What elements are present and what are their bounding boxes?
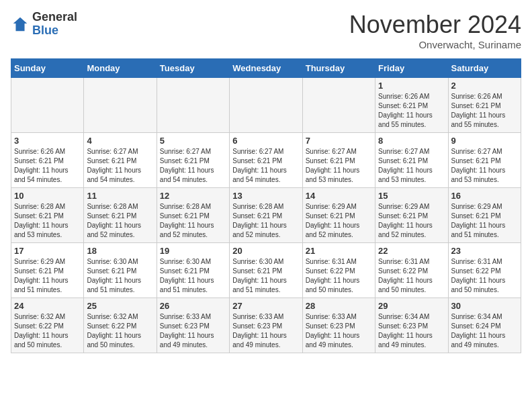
day-cell: 16Sunrise: 6:29 AM Sunset: 6:21 PM Dayli… bbox=[448, 188, 521, 243]
day-number: 18 bbox=[87, 246, 153, 256]
day-number: 23 bbox=[451, 246, 518, 256]
header-row: SundayMondayTuesdayWednesdayThursdayFrid… bbox=[11, 59, 521, 78]
day-number: 4 bbox=[87, 136, 153, 146]
day-number: 13 bbox=[232, 191, 299, 201]
day-cell: 10Sunrise: 6:28 AM Sunset: 6:21 PM Dayli… bbox=[11, 188, 84, 243]
day-number: 7 bbox=[306, 136, 372, 146]
day-number: 9 bbox=[451, 136, 518, 146]
day-info: Sunrise: 6:27 AM Sunset: 6:21 PM Dayligh… bbox=[160, 148, 214, 183]
day-cell: 8Sunrise: 6:27 AM Sunset: 6:21 PM Daylig… bbox=[375, 133, 448, 188]
day-number: 16 bbox=[451, 191, 518, 201]
day-info: Sunrise: 6:31 AM Sunset: 6:22 PM Dayligh… bbox=[451, 258, 506, 293]
week-row-3: 10Sunrise: 6:28 AM Sunset: 6:21 PM Dayli… bbox=[11, 188, 521, 243]
day-info: Sunrise: 6:26 AM Sunset: 6:21 PM Dayligh… bbox=[14, 148, 69, 183]
day-info: Sunrise: 6:29 AM Sunset: 6:21 PM Dayligh… bbox=[378, 203, 433, 238]
day-number: 30 bbox=[451, 301, 518, 311]
day-cell: 15Sunrise: 6:29 AM Sunset: 6:21 PM Dayli… bbox=[375, 188, 448, 243]
col-header-friday: Friday bbox=[375, 59, 448, 78]
title-block: November 2024 Onverwacht, Suriname bbox=[349, 11, 521, 50]
day-info: Sunrise: 6:29 AM Sunset: 6:21 PM Dayligh… bbox=[14, 258, 69, 293]
day-number: 24 bbox=[14, 301, 81, 311]
calendar-table: SundayMondayTuesdayWednesdayThursdayFrid… bbox=[11, 58, 521, 353]
day-cell: 28Sunrise: 6:33 AM Sunset: 6:23 PM Dayli… bbox=[302, 298, 375, 353]
day-cell: 18Sunrise: 6:30 AM Sunset: 6:21 PM Dayli… bbox=[84, 243, 157, 298]
day-cell: 3Sunrise: 6:26 AM Sunset: 6:21 PM Daylig… bbox=[11, 133, 84, 188]
day-cell: 17Sunrise: 6:29 AM Sunset: 6:21 PM Dayli… bbox=[11, 243, 84, 298]
day-cell: 23Sunrise: 6:31 AM Sunset: 6:22 PM Dayli… bbox=[448, 243, 521, 298]
day-info: Sunrise: 6:28 AM Sunset: 6:21 PM Dayligh… bbox=[232, 203, 287, 238]
day-info: Sunrise: 6:27 AM Sunset: 6:21 PM Dayligh… bbox=[306, 148, 360, 183]
day-info: Sunrise: 6:27 AM Sunset: 6:21 PM Dayligh… bbox=[232, 148, 287, 183]
day-info: Sunrise: 6:32 AM Sunset: 6:22 PM Dayligh… bbox=[14, 313, 69, 349]
logo: General Blue bbox=[11, 11, 77, 38]
day-number: 11 bbox=[87, 191, 153, 201]
day-cell bbox=[230, 78, 302, 133]
day-number: 17 bbox=[14, 246, 81, 256]
day-cell: 21Sunrise: 6:31 AM Sunset: 6:22 PM Dayli… bbox=[302, 243, 375, 298]
week-row-2: 3Sunrise: 6:26 AM Sunset: 6:21 PM Daylig… bbox=[11, 133, 521, 188]
day-cell bbox=[302, 78, 375, 133]
col-header-wednesday: Wednesday bbox=[230, 59, 302, 78]
day-cell: 5Sunrise: 6:27 AM Sunset: 6:21 PM Daylig… bbox=[157, 133, 229, 188]
day-info: Sunrise: 6:32 AM Sunset: 6:22 PM Dayligh… bbox=[87, 313, 141, 349]
day-cell: 27Sunrise: 6:33 AM Sunset: 6:23 PM Dayli… bbox=[230, 298, 302, 353]
week-row-1: 1Sunrise: 6:26 AM Sunset: 6:21 PM Daylig… bbox=[11, 78, 521, 133]
calendar-header: SundayMondayTuesdayWednesdayThursdayFrid… bbox=[11, 59, 521, 78]
day-number: 14 bbox=[306, 191, 372, 201]
day-cell: 24Sunrise: 6:32 AM Sunset: 6:22 PM Dayli… bbox=[11, 298, 84, 353]
day-number: 12 bbox=[160, 191, 226, 201]
day-cell: 20Sunrise: 6:30 AM Sunset: 6:21 PM Dayli… bbox=[230, 243, 302, 298]
day-info: Sunrise: 6:26 AM Sunset: 6:21 PM Dayligh… bbox=[378, 93, 433, 128]
day-cell: 22Sunrise: 6:31 AM Sunset: 6:22 PM Dayli… bbox=[375, 243, 448, 298]
col-header-tuesday: Tuesday bbox=[157, 59, 229, 78]
day-number: 27 bbox=[232, 301, 299, 311]
day-info: Sunrise: 6:28 AM Sunset: 6:21 PM Dayligh… bbox=[14, 203, 69, 238]
day-number: 8 bbox=[378, 136, 445, 146]
location-subtitle: Onverwacht, Suriname bbox=[349, 39, 521, 50]
day-info: Sunrise: 6:34 AM Sunset: 6:24 PM Dayligh… bbox=[451, 313, 506, 349]
day-info: Sunrise: 6:27 AM Sunset: 6:21 PM Dayligh… bbox=[451, 148, 506, 183]
day-cell: 14Sunrise: 6:29 AM Sunset: 6:21 PM Dayli… bbox=[302, 188, 375, 243]
day-number: 3 bbox=[14, 136, 81, 146]
day-info: Sunrise: 6:34 AM Sunset: 6:23 PM Dayligh… bbox=[378, 313, 433, 349]
day-info: Sunrise: 6:33 AM Sunset: 6:23 PM Dayligh… bbox=[160, 313, 214, 349]
day-cell: 2Sunrise: 6:26 AM Sunset: 6:21 PM Daylig… bbox=[448, 78, 521, 133]
day-info: Sunrise: 6:30 AM Sunset: 6:21 PM Dayligh… bbox=[87, 258, 141, 293]
month-title: November 2024 bbox=[349, 11, 521, 39]
day-number: 26 bbox=[160, 301, 226, 311]
day-info: Sunrise: 6:28 AM Sunset: 6:21 PM Dayligh… bbox=[87, 203, 141, 238]
svg-marker-0 bbox=[13, 17, 28, 32]
day-cell: 30Sunrise: 6:34 AM Sunset: 6:24 PM Dayli… bbox=[448, 298, 521, 353]
day-info: Sunrise: 6:29 AM Sunset: 6:21 PM Dayligh… bbox=[306, 203, 360, 238]
day-number: 15 bbox=[378, 191, 445, 201]
day-info: Sunrise: 6:33 AM Sunset: 6:23 PM Dayligh… bbox=[232, 313, 287, 349]
day-cell: 9Sunrise: 6:27 AM Sunset: 6:21 PM Daylig… bbox=[448, 133, 521, 188]
day-cell: 25Sunrise: 6:32 AM Sunset: 6:22 PM Dayli… bbox=[84, 298, 157, 353]
day-cell: 6Sunrise: 6:27 AM Sunset: 6:21 PM Daylig… bbox=[230, 133, 302, 188]
logo-icon bbox=[11, 15, 30, 34]
day-number: 5 bbox=[160, 136, 226, 146]
day-cell: 1Sunrise: 6:26 AM Sunset: 6:21 PM Daylig… bbox=[375, 78, 448, 133]
day-cell bbox=[84, 78, 157, 133]
day-cell: 4Sunrise: 6:27 AM Sunset: 6:21 PM Daylig… bbox=[84, 133, 157, 188]
day-number: 19 bbox=[160, 246, 226, 256]
day-number: 29 bbox=[378, 301, 445, 311]
day-cell: 12Sunrise: 6:28 AM Sunset: 6:21 PM Dayli… bbox=[157, 188, 229, 243]
day-info: Sunrise: 6:31 AM Sunset: 6:22 PM Dayligh… bbox=[306, 258, 360, 293]
logo-text: General Blue bbox=[32, 11, 77, 38]
day-cell: 7Sunrise: 6:27 AM Sunset: 6:21 PM Daylig… bbox=[302, 133, 375, 188]
day-number: 2 bbox=[451, 81, 518, 91]
day-info: Sunrise: 6:31 AM Sunset: 6:22 PM Dayligh… bbox=[378, 258, 433, 293]
day-number: 21 bbox=[306, 246, 372, 256]
day-info: Sunrise: 6:30 AM Sunset: 6:21 PM Dayligh… bbox=[232, 258, 287, 293]
day-number: 1 bbox=[378, 81, 445, 91]
day-cell: 19Sunrise: 6:30 AM Sunset: 6:21 PM Dayli… bbox=[157, 243, 229, 298]
col-header-thursday: Thursday bbox=[302, 59, 375, 78]
day-number: 10 bbox=[14, 191, 81, 201]
day-info: Sunrise: 6:27 AM Sunset: 6:21 PM Dayligh… bbox=[378, 148, 433, 183]
day-cell: 29Sunrise: 6:34 AM Sunset: 6:23 PM Dayli… bbox=[375, 298, 448, 353]
day-number: 25 bbox=[87, 301, 153, 311]
page-header: General Blue November 2024 Onverwacht, S… bbox=[11, 11, 521, 50]
calendar-body: 1Sunrise: 6:26 AM Sunset: 6:21 PM Daylig… bbox=[11, 78, 521, 353]
day-info: Sunrise: 6:27 AM Sunset: 6:21 PM Dayligh… bbox=[87, 148, 141, 183]
